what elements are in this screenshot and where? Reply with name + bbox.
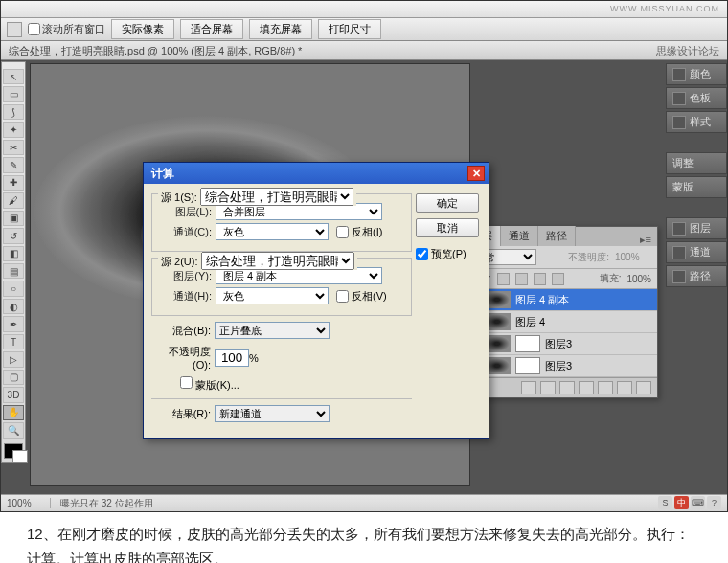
source1-group: 源 1(S): 综合处理，打造明亮眼睛.psd 图层(L): 合并图层 通道(C… bbox=[151, 193, 412, 252]
layers-icon bbox=[672, 222, 686, 236]
pen-tool[interactable]: ✒ bbox=[3, 316, 24, 331]
styles-panel-tab[interactable]: 样式 bbox=[666, 111, 727, 133]
lock-trans-icon[interactable] bbox=[497, 273, 510, 285]
url-watermark: WWW.MISSYUAN.COM bbox=[610, 4, 719, 13]
fit-screen-button[interactable]: 适合屏幕 bbox=[180, 19, 243, 39]
result-select[interactable]: 新建通道 bbox=[215, 405, 330, 422]
help-icon[interactable]: ? bbox=[707, 496, 721, 509]
status-bar: 100% 曝光只在 32 位起作用 S 中 ⌨ ? bbox=[1, 494, 727, 511]
layer-mask-thumb bbox=[515, 357, 540, 374]
layers-footer bbox=[464, 377, 657, 397]
color-panel-tab[interactable]: 颜色 bbox=[666, 63, 727, 85]
document-title: 综合处理，打造明亮眼睛.psd @ 100% (图层 4 副本, RGB/8#)… bbox=[9, 44, 302, 56]
ok-button[interactable]: 确定 bbox=[416, 193, 479, 213]
hand-tool[interactable]: ✋ bbox=[3, 405, 24, 420]
toolbox: ↖ ▭ ⟆ ✦ ✂ ✎ ✚ 🖌 ▣ ↺ ◧ ▤ ○ ◐ ✒ T ▷ ▢ 3D ✋… bbox=[1, 61, 26, 463]
mask-icon[interactable] bbox=[559, 381, 575, 394]
source2-group: 源 2(U): 综合处理，打造明亮眼睛.psd 图层(Y): 图层 4 副本 通… bbox=[151, 258, 412, 316]
opacity-value[interactable]: 100% bbox=[615, 252, 651, 262]
dialog-titlebar[interactable]: 计算 ✕ bbox=[144, 163, 489, 184]
layer-row[interactable]: 👁 图层 4 bbox=[464, 311, 657, 333]
group-icon[interactable] bbox=[598, 381, 613, 394]
src1-file-select[interactable]: 综合处理，打造明亮眼睛.psd bbox=[200, 188, 353, 206]
color-swatch[interactable] bbox=[4, 443, 23, 459]
stamp-tool[interactable]: ▣ bbox=[3, 211, 24, 226]
eraser-tool[interactable]: ◧ bbox=[3, 246, 24, 261]
tutorial-caption: 12、在刚才磨皮的时候，皮肤的高光部分丢失的太多，所有我们要想方法来修复失去的高… bbox=[0, 512, 728, 563]
layer-row[interactable]: 👁 图层 4 副本 bbox=[464, 289, 657, 311]
wand-tool[interactable]: ✦ bbox=[3, 122, 24, 137]
path-tool[interactable]: ▷ bbox=[3, 351, 24, 367]
move-tool[interactable]: ↖ bbox=[3, 69, 24, 84]
dialog-title: 计算 bbox=[151, 166, 174, 182]
channel-c-select[interactable]: 灰色 bbox=[216, 223, 329, 240]
tray-icon[interactable]: S bbox=[658, 496, 672, 509]
lock-pos-icon[interactable] bbox=[534, 273, 546, 285]
styles-icon bbox=[672, 116, 686, 129]
fill-screen-button[interactable]: 填充屏幕 bbox=[249, 19, 312, 39]
active-tool-icon[interactable] bbox=[7, 22, 22, 37]
actual-pixels-button[interactable]: 实际像素 bbox=[111, 19, 174, 39]
mask-checkbox[interactable]: 蒙版(K)... bbox=[180, 376, 239, 393]
fill-value[interactable]: 100% bbox=[626, 274, 651, 284]
preview-checkbox[interactable]: 预览(P) bbox=[416, 247, 479, 261]
close-icon[interactable]: ✕ bbox=[467, 166, 485, 181]
invert-v-checkbox[interactable]: 反相(V) bbox=[336, 289, 387, 304]
history-brush-tool[interactable]: ↺ bbox=[3, 228, 24, 243]
ime-icon[interactable]: 中 bbox=[674, 496, 689, 509]
layer-row[interactable]: 👁 图层3 bbox=[464, 333, 657, 355]
lock-paint-icon[interactable] bbox=[515, 273, 528, 285]
trash-icon[interactable] bbox=[636, 381, 651, 394]
fx-icon[interactable] bbox=[540, 381, 556, 394]
3d-tool[interactable]: 3D bbox=[3, 387, 24, 402]
adjust-icon[interactable] bbox=[579, 381, 594, 394]
eyedropper-tool[interactable]: ✎ bbox=[3, 157, 24, 172]
channel-h-select[interactable]: 灰色 bbox=[216, 287, 329, 304]
paths-icon bbox=[672, 270, 686, 283]
layers-dock-tab[interactable]: 图层 bbox=[666, 217, 727, 239]
layer-row[interactable]: 👁 图层3 bbox=[464, 355, 657, 377]
paths-dock-tab[interactable]: 路径 bbox=[666, 265, 727, 287]
src2-file-select[interactable]: 综合处理，打造明亮眼睛.psd bbox=[201, 252, 354, 270]
crop-tool[interactable]: ✂ bbox=[3, 140, 24, 155]
channels-icon bbox=[672, 246, 686, 259]
color-icon bbox=[672, 68, 686, 81]
tab-paths[interactable]: 路径 bbox=[538, 226, 576, 246]
brush-tool[interactable]: 🖌 bbox=[3, 192, 24, 208]
shape-tool[interactable]: ▢ bbox=[3, 370, 24, 385]
cancel-button[interactable]: 取消 bbox=[416, 218, 479, 237]
new-layer-icon[interactable] bbox=[617, 381, 632, 394]
workspace: ↖ ▭ ⟆ ✦ ✂ ✎ ✚ 🖌 ▣ ↺ ◧ ▤ ○ ◐ ✒ T ▷ ▢ 3D ✋… bbox=[1, 61, 727, 494]
heal-tool[interactable]: ✚ bbox=[3, 175, 24, 191]
lock-all-icon[interactable] bbox=[552, 273, 564, 285]
scroll-all-checkbox[interactable]: 滚动所有窗口 bbox=[28, 22, 105, 36]
invert-i-checkbox[interactable]: 反相(I) bbox=[336, 225, 382, 239]
dodge-tool[interactable]: ◐ bbox=[3, 299, 24, 314]
marquee-tool[interactable]: ▭ bbox=[3, 86, 24, 101]
document-tab[interactable]: 综合处理，打造明亮眼睛.psd @ 100% (图层 4 副本, RGB/8#)… bbox=[1, 41, 727, 60]
type-tool[interactable]: T bbox=[3, 334, 24, 349]
panel-menu-icon[interactable]: ▸≡ bbox=[634, 234, 657, 246]
mask-panel-tab[interactable]: 蒙版 bbox=[666, 176, 727, 198]
link-layers-icon[interactable] bbox=[521, 381, 536, 394]
photoshop-window: 滚动所有窗口 实际像素 适合屏幕 填充屏幕 打印尺寸 综合处理，打造明亮眼睛.p… bbox=[0, 0, 728, 512]
blur-tool[interactable]: ○ bbox=[3, 281, 24, 296]
keyboard-icon[interactable]: ⌨ bbox=[691, 496, 705, 509]
lasso-tool[interactable]: ⟆ bbox=[3, 104, 24, 120]
swatches-panel-tab[interactable]: 色板 bbox=[666, 87, 727, 109]
forum-label: 思缘设计论坛 bbox=[656, 44, 719, 56]
calculations-dialog: 计算 ✕ 源 1(S): 综合处理，打造明亮眼睛.psd 图层(L): 合并图层… bbox=[143, 162, 489, 439]
opacity-input[interactable] bbox=[215, 349, 249, 367]
tab-channels[interactable]: 通道 bbox=[501, 226, 538, 246]
zoom-tool[interactable]: 🔍 bbox=[3, 422, 24, 438]
blend-select[interactable]: 正片叠底 bbox=[215, 322, 330, 339]
print-size-button[interactable]: 打印尺寸 bbox=[318, 19, 381, 39]
zoom-level[interactable]: 100% bbox=[7, 498, 51, 508]
channels-dock-tab[interactable]: 通道 bbox=[666, 241, 727, 263]
swatches-icon bbox=[672, 92, 686, 105]
opacity-label: 不透明度: bbox=[568, 251, 609, 264]
gradient-tool[interactable]: ▤ bbox=[3, 263, 24, 279]
adjust-panel-tab[interactable]: 调整 bbox=[666, 152, 727, 174]
system-tray: S 中 ⌨ ? bbox=[658, 496, 721, 509]
layer-list: 👁 图层 4 副本 👁 图层 4 👁 图层3 👁 bbox=[464, 289, 657, 377]
